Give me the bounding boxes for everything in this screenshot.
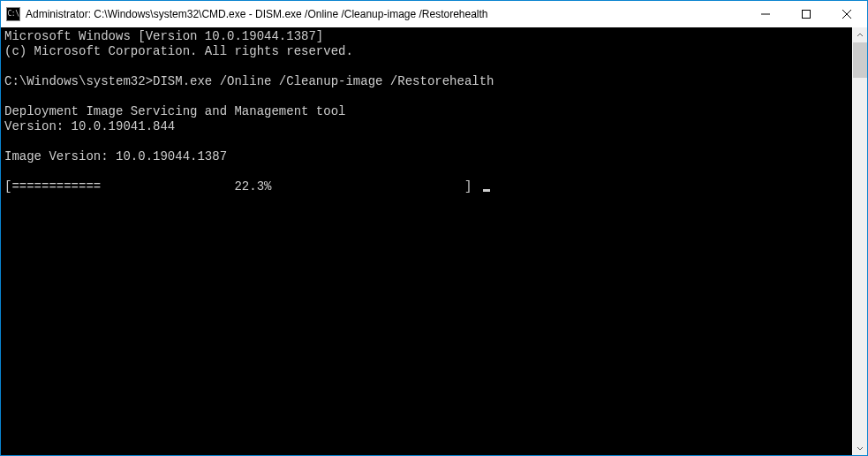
svg-rect-1: [803, 11, 811, 19]
close-icon: [842, 10, 851, 19]
console-output[interactable]: Microsoft Windows [Version 10.0.19044.13…: [1, 27, 852, 455]
console-line: Image Version: 10.0.19044.1387: [4, 149, 227, 163]
window-controls: [745, 1, 867, 27]
maximize-button[interactable]: [786, 1, 826, 27]
client-area: Microsoft Windows [Version 10.0.19044.13…: [1, 27, 867, 455]
console-prompt-line: C:\Windows\system32>DISM.exe /Online /Cl…: [4, 74, 494, 88]
scroll-track[interactable]: [853, 42, 867, 440]
cmd-icon: C:\: [6, 7, 20, 21]
vertical-scrollbar[interactable]: [852, 27, 867, 455]
window-title: Administrator: C:\Windows\system32\CMD.e…: [26, 8, 488, 20]
console-line: Deployment Image Servicing and Managemen…: [4, 104, 345, 118]
cmd-window: C:\ Administrator: C:\Windows\system32\C…: [0, 0, 868, 456]
console-line: Version: 10.0.19041.844: [4, 119, 175, 133]
progress-line: [============ 22.3% ]: [4, 179, 479, 194]
chevron-up-icon: [857, 32, 864, 39]
scroll-up-button[interactable]: [853, 27, 867, 42]
minimize-icon: [761, 10, 770, 19]
minimize-button[interactable]: [745, 1, 786, 27]
console-line: (c) Microsoft Corporation. All rights re…: [4, 44, 353, 58]
maximize-icon: [802, 10, 811, 19]
scroll-down-button[interactable]: [853, 440, 867, 455]
chevron-down-icon: [857, 445, 864, 452]
console-line: Microsoft Windows [Version 10.0.19044.13…: [4, 29, 323, 43]
titlebar[interactable]: C:\ Administrator: C:\Windows\system32\C…: [1, 1, 867, 27]
cursor: [483, 189, 490, 192]
scroll-thumb[interactable]: [853, 42, 867, 78]
close-button[interactable]: [826, 1, 867, 27]
